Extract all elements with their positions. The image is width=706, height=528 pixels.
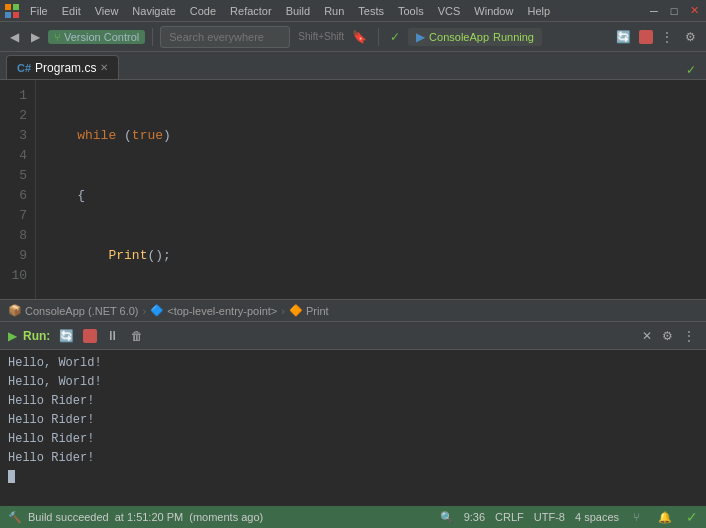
line-numbers: 1 2 3 4 5 6 7 8 9 10 bbox=[0, 80, 36, 299]
line-ending[interactable]: CRLF bbox=[495, 511, 524, 523]
run-panel: ▶ Run: 🔄 ⏸ 🗑 ✕ ⚙ ⋮ Hello, World! Hello, … bbox=[0, 321, 706, 506]
output-line-5: Hello Rider! bbox=[8, 430, 698, 449]
menu-build[interactable]: Build bbox=[280, 3, 316, 19]
menu-window[interactable]: Window bbox=[468, 3, 519, 19]
breadcrumb-item-2[interactable]: 🔷 <top-level-entry-point> bbox=[150, 304, 277, 317]
vcs-icon: ⑂ bbox=[54, 31, 61, 43]
maximize-button[interactable]: □ bbox=[666, 3, 682, 19]
run-panel-more-button[interactable]: ⋮ bbox=[680, 328, 698, 344]
code-editor[interactable]: 1 2 3 4 5 6 7 8 9 10 while (true) { Prin… bbox=[0, 80, 706, 299]
menu-view[interactable]: View bbox=[89, 3, 125, 19]
app-logo bbox=[4, 3, 20, 19]
tab-lang-label: C# bbox=[17, 62, 31, 74]
breadcrumb-label-1: ConsoleApp (.NET 6.0) bbox=[25, 305, 139, 317]
run-output: Hello, World! Hello, World! Hello Rider!… bbox=[0, 350, 706, 506]
tab-filename: Program.cs bbox=[35, 61, 96, 75]
menu-refactor[interactable]: Refactor bbox=[224, 3, 278, 19]
toolbar-right: 🔄 ⋮ ⚙ bbox=[612, 28, 700, 46]
breadcrumb-bar: 📦 ConsoleApp (.NET 6.0) › 🔷 <top-level-e… bbox=[0, 299, 706, 321]
run-panel-right: ✕ ⚙ ⋮ bbox=[639, 328, 698, 344]
output-cursor-line bbox=[8, 468, 698, 487]
run-panel-header: ▶ Run: 🔄 ⏸ 🗑 ✕ ⚙ ⋮ bbox=[0, 322, 706, 350]
run-panel-icon: ▶ bbox=[8, 329, 17, 343]
breadcrumb-label-2: <top-level-entry-point> bbox=[167, 305, 277, 317]
code-line-1: while (true) bbox=[46, 126, 696, 146]
run-panel-rerun-button[interactable]: 🔄 bbox=[56, 328, 77, 344]
run-panel-stop-button[interactable] bbox=[83, 329, 97, 343]
cursor bbox=[8, 470, 15, 483]
bookmark-button[interactable]: 🔖 bbox=[348, 28, 371, 46]
more-button[interactable]: ⋮ bbox=[657, 28, 677, 46]
menu-code[interactable]: Code bbox=[184, 3, 222, 19]
menu-vcs[interactable]: VCS bbox=[432, 3, 467, 19]
refresh-button[interactable]: 🔄 bbox=[612, 28, 635, 46]
build-icon: 🔨 bbox=[8, 511, 22, 524]
cursor-position[interactable]: 9:36 bbox=[464, 511, 485, 523]
vcs-label: Version Control bbox=[64, 31, 139, 43]
output-line-3: Hello Rider! bbox=[8, 392, 698, 411]
breadcrumb-label-3: Print bbox=[306, 305, 329, 317]
breadcrumb-item-3[interactable]: 🔶 Print bbox=[289, 304, 329, 317]
menu-bar: File Edit View Navigate Code Refactor Bu… bbox=[24, 3, 556, 19]
code-line-2: { bbox=[46, 186, 696, 206]
back-button[interactable]: ◀ bbox=[6, 28, 23, 46]
vcs-indicator[interactable]: ⑂ Version Control bbox=[48, 30, 145, 44]
search-input[interactable] bbox=[160, 26, 290, 48]
status-right: 🔍 9:36 CRLF UTF-8 4 spaces ⑂ 🔔 ✓ bbox=[440, 509, 698, 526]
run-panel-title-text: Run: bbox=[23, 329, 50, 343]
run-status-label: Running bbox=[493, 31, 534, 43]
minimize-button[interactable]: ─ bbox=[646, 3, 662, 19]
cursor-icon: 🔍 bbox=[440, 511, 454, 524]
encoding[interactable]: UTF-8 bbox=[534, 511, 565, 523]
output-line-2: Hello, World! bbox=[8, 373, 698, 392]
menu-navigate[interactable]: Navigate bbox=[126, 3, 181, 19]
menu-tools[interactable]: Tools bbox=[392, 3, 430, 19]
svg-rect-3 bbox=[13, 12, 19, 18]
run-app-icon: ▶ bbox=[416, 30, 425, 44]
breadcrumb-sep-2: › bbox=[281, 305, 285, 317]
menu-file[interactable]: File bbox=[24, 3, 54, 19]
output-line-1: Hello, World! bbox=[8, 354, 698, 373]
close-button[interactable]: ✕ bbox=[686, 3, 702, 19]
breadcrumb-icon-2: 🔷 bbox=[150, 304, 164, 317]
tab-bar: C# Program.cs ✕ ✓ bbox=[0, 52, 706, 80]
svg-rect-2 bbox=[5, 12, 11, 18]
status-left: 🔨 Build succeeded at 1:51:20 PM (moments… bbox=[8, 511, 263, 524]
settings-button[interactable]: ⚙ bbox=[681, 28, 700, 46]
run-panel-suspend-button[interactable]: ⏸ bbox=[103, 327, 122, 344]
toolbar-separator bbox=[152, 28, 153, 46]
output-line-4: Hello Rider! bbox=[8, 411, 698, 430]
editor-area: 1 2 3 4 5 6 7 8 9 10 while (true) { Prin… bbox=[0, 80, 706, 528]
run-check-button[interactable]: ✓ bbox=[386, 28, 404, 46]
run-panel-settings-button[interactable]: ⚙ bbox=[659, 328, 676, 344]
code-line-3: Print(); bbox=[46, 246, 696, 266]
toolbar-separator-2 bbox=[378, 28, 379, 46]
breadcrumb-sep-1: › bbox=[143, 305, 147, 317]
status-notifications-button[interactable]: 🔔 bbox=[654, 509, 676, 526]
menu-help[interactable]: Help bbox=[521, 3, 556, 19]
indent[interactable]: 4 spaces bbox=[575, 511, 619, 523]
forward-button[interactable]: ▶ bbox=[27, 28, 44, 46]
tab-bar-extra: ✓ bbox=[682, 61, 700, 79]
run-panel-clear-button[interactable]: 🗑 bbox=[128, 328, 146, 344]
status-ok-icon: ✓ bbox=[686, 509, 698, 525]
build-age: (moments ago) bbox=[189, 511, 263, 523]
stop-button[interactable] bbox=[639, 30, 653, 44]
build-time: at 1:51:20 PM bbox=[115, 511, 184, 523]
run-status-indicator: ▶ ConsoleApp Running bbox=[408, 28, 542, 46]
breadcrumb-item-1[interactable]: 📦 ConsoleApp (.NET 6.0) bbox=[8, 304, 139, 317]
tab-close-button[interactable]: ✕ bbox=[100, 62, 108, 73]
code-content[interactable]: while (true) { Print(); Thread.Sleep(mil… bbox=[36, 80, 706, 299]
run-panel-close-button[interactable]: ✕ bbox=[639, 328, 655, 344]
menu-edit[interactable]: Edit bbox=[56, 3, 87, 19]
run-panel-title: Run: bbox=[23, 329, 50, 343]
tab-extra-button[interactable]: ✓ bbox=[682, 61, 700, 79]
status-bar: 🔨 Build succeeded at 1:51:20 PM (moments… bbox=[0, 506, 706, 528]
search-shortcut: Shift+Shift bbox=[298, 31, 344, 42]
status-vcs-button[interactable]: ⑂ bbox=[629, 509, 644, 525]
menu-run[interactable]: Run bbox=[318, 3, 350, 19]
breadcrumb-icon-1: 📦 bbox=[8, 304, 22, 317]
menu-tests[interactable]: Tests bbox=[352, 3, 390, 19]
tab-program-cs[interactable]: C# Program.cs ✕ bbox=[6, 55, 119, 79]
output-line-6: Hello Rider! bbox=[8, 449, 698, 468]
